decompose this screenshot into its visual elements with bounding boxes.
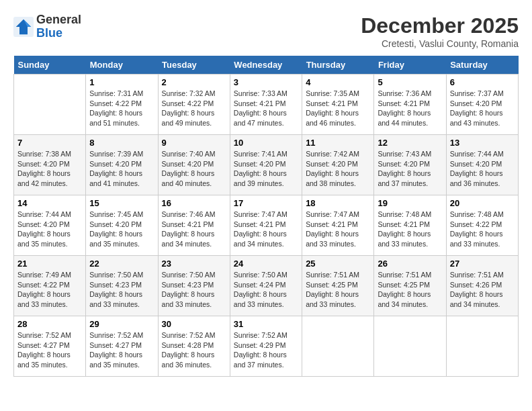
day-info: Sunrise: 7:48 AMSunset: 4:22 PMDaylight:… <box>450 210 515 249</box>
day-number: 18 <box>306 198 370 208</box>
calendar-cell: 5Sunrise: 7:36 AMSunset: 4:21 PMDaylight… <box>374 75 446 135</box>
calendar-cell: 1Sunrise: 7:31 AMSunset: 4:22 PMDaylight… <box>86 75 158 135</box>
day-info: Sunrise: 7:35 AMSunset: 4:21 PMDaylight:… <box>306 89 370 128</box>
day-info: Sunrise: 7:52 AMSunset: 4:27 PMDaylight:… <box>89 330 154 370</box>
day-info: Sunrise: 7:44 AMSunset: 4:20 PMDaylight:… <box>17 210 82 249</box>
logo-icon <box>13 17 34 37</box>
day-number: 14 <box>17 198 82 208</box>
calendar-cell: 29Sunrise: 7:52 AMSunset: 4:27 PMDayligh… <box>86 316 158 377</box>
calendar-cell <box>14 75 86 135</box>
calendar-cell: 24Sunrise: 7:50 AMSunset: 4:24 PMDayligh… <box>230 256 302 316</box>
day-number: 21 <box>17 259 82 269</box>
calendar-cell: 21Sunrise: 7:49 AMSunset: 4:22 PMDayligh… <box>14 256 86 316</box>
calendar-cell: 23Sunrise: 7:50 AMSunset: 4:23 PMDayligh… <box>158 256 230 316</box>
calendar-cell: 8Sunrise: 7:39 AMSunset: 4:20 PMDaylight… <box>86 135 158 195</box>
day-number: 20 <box>450 198 515 208</box>
calendar-cell: 6Sunrise: 7:37 AMSunset: 4:20 PMDaylight… <box>446 75 518 135</box>
calendar-week-row: 1Sunrise: 7:31 AMSunset: 4:22 PMDaylight… <box>14 75 519 135</box>
calendar-cell: 31Sunrise: 7:52 AMSunset: 4:29 PMDayligh… <box>230 316 302 377</box>
calendar-day-header: Tuesday <box>158 56 230 75</box>
calendar-table: SundayMondayTuesdayWednesdayThursdayFrid… <box>13 56 519 377</box>
calendar-week-row: 14Sunrise: 7:44 AMSunset: 4:20 PMDayligh… <box>14 195 519 256</box>
calendar-day-header: Friday <box>374 56 446 75</box>
day-number: 9 <box>162 138 226 148</box>
day-number: 22 <box>89 259 154 269</box>
calendar-cell <box>374 316 446 377</box>
day-number: 26 <box>378 259 442 269</box>
logo-blue: Blue <box>36 27 81 40</box>
logo-text: General Blue <box>36 13 81 40</box>
calendar-cell <box>302 316 374 377</box>
day-info: Sunrise: 7:48 AMSunset: 4:21 PMDaylight:… <box>378 210 442 249</box>
day-number: 25 <box>306 259 370 269</box>
day-number: 17 <box>234 198 298 208</box>
logo-general: General <box>36 13 81 27</box>
calendar-cell: 10Sunrise: 7:41 AMSunset: 4:20 PMDayligh… <box>230 135 302 195</box>
day-info: Sunrise: 7:43 AMSunset: 4:20 PMDaylight:… <box>378 149 442 189</box>
day-number: 1 <box>89 77 154 87</box>
calendar-cell: 13Sunrise: 7:44 AMSunset: 4:20 PMDayligh… <box>446 135 518 195</box>
calendar-cell: 20Sunrise: 7:48 AMSunset: 4:22 PMDayligh… <box>446 195 518 256</box>
day-number: 3 <box>234 77 298 87</box>
day-number: 28 <box>17 319 82 329</box>
calendar-day-header: Monday <box>86 56 158 75</box>
calendar-cell <box>446 316 518 377</box>
calendar-week-row: 21Sunrise: 7:49 AMSunset: 4:22 PMDayligh… <box>14 256 519 316</box>
calendar-cell: 11Sunrise: 7:42 AMSunset: 4:20 PMDayligh… <box>302 135 374 195</box>
calendar-cell: 15Sunrise: 7:45 AMSunset: 4:20 PMDayligh… <box>86 195 158 256</box>
day-info: Sunrise: 7:49 AMSunset: 4:22 PMDaylight:… <box>17 270 82 310</box>
day-number: 7 <box>17 138 82 148</box>
day-number: 16 <box>162 198 226 208</box>
calendar-week-row: 7Sunrise: 7:38 AMSunset: 4:20 PMDaylight… <box>14 135 519 195</box>
day-number: 8 <box>89 138 154 148</box>
day-number: 15 <box>89 198 154 208</box>
day-info: Sunrise: 7:37 AMSunset: 4:20 PMDaylight:… <box>450 89 515 128</box>
day-info: Sunrise: 7:50 AMSunset: 4:23 PMDaylight:… <box>162 270 226 310</box>
calendar-cell: 3Sunrise: 7:33 AMSunset: 4:21 PMDaylight… <box>230 75 302 135</box>
calendar-cell: 18Sunrise: 7:47 AMSunset: 4:21 PMDayligh… <box>302 195 374 256</box>
day-number: 30 <box>162 319 226 329</box>
day-info: Sunrise: 7:51 AMSunset: 4:25 PMDaylight:… <box>306 270 370 310</box>
month-title: December 2025 <box>361 13 519 38</box>
day-number: 29 <box>89 319 154 329</box>
day-number: 12 <box>378 138 442 148</box>
calendar-day-header: Sunday <box>14 56 86 75</box>
calendar-cell: 2Sunrise: 7:32 AMSunset: 4:22 PMDaylight… <box>158 75 230 135</box>
calendar-cell: 14Sunrise: 7:44 AMSunset: 4:20 PMDayligh… <box>14 195 86 256</box>
day-info: Sunrise: 7:51 AMSunset: 4:25 PMDaylight:… <box>378 270 442 310</box>
day-info: Sunrise: 7:44 AMSunset: 4:20 PMDaylight:… <box>450 149 515 189</box>
calendar-week-row: 28Sunrise: 7:52 AMSunset: 4:27 PMDayligh… <box>14 316 519 377</box>
calendar-day-header: Wednesday <box>230 56 302 75</box>
day-number: 24 <box>234 259 298 269</box>
calendar-cell: 28Sunrise: 7:52 AMSunset: 4:27 PMDayligh… <box>14 316 86 377</box>
day-info: Sunrise: 7:39 AMSunset: 4:20 PMDaylight:… <box>89 149 154 189</box>
logo: General Blue <box>13 13 81 40</box>
day-info: Sunrise: 7:50 AMSunset: 4:24 PMDaylight:… <box>234 270 298 310</box>
calendar-cell: 17Sunrise: 7:47 AMSunset: 4:21 PMDayligh… <box>230 195 302 256</box>
day-info: Sunrise: 7:51 AMSunset: 4:26 PMDaylight:… <box>450 270 515 310</box>
day-info: Sunrise: 7:50 AMSunset: 4:23 PMDaylight:… <box>89 270 154 310</box>
day-info: Sunrise: 7:46 AMSunset: 4:21 PMDaylight:… <box>162 210 226 249</box>
location: Cretesti, Vaslui County, Romania <box>361 38 519 49</box>
calendar-cell: 4Sunrise: 7:35 AMSunset: 4:21 PMDaylight… <box>302 75 374 135</box>
calendar-cell: 27Sunrise: 7:51 AMSunset: 4:26 PMDayligh… <box>446 256 518 316</box>
day-info: Sunrise: 7:47 AMSunset: 4:21 PMDaylight:… <box>234 210 298 249</box>
day-info: Sunrise: 7:32 AMSunset: 4:22 PMDaylight:… <box>162 89 226 128</box>
day-info: Sunrise: 7:52 AMSunset: 4:27 PMDaylight:… <box>17 330 82 370</box>
day-info: Sunrise: 7:38 AMSunset: 4:20 PMDaylight:… <box>17 149 82 189</box>
day-info: Sunrise: 7:52 AMSunset: 4:28 PMDaylight:… <box>162 330 226 370</box>
calendar-cell: 25Sunrise: 7:51 AMSunset: 4:25 PMDayligh… <box>302 256 374 316</box>
day-info: Sunrise: 7:52 AMSunset: 4:29 PMDaylight:… <box>234 330 298 370</box>
day-info: Sunrise: 7:42 AMSunset: 4:20 PMDaylight:… <box>306 149 370 189</box>
day-info: Sunrise: 7:45 AMSunset: 4:20 PMDaylight:… <box>89 210 154 249</box>
day-number: 2 <box>162 77 226 87</box>
day-info: Sunrise: 7:36 AMSunset: 4:21 PMDaylight:… <box>378 89 442 128</box>
page-header: General Blue December 2025 Cretesti, Vas… <box>13 13 519 49</box>
calendar-day-header: Saturday <box>446 56 518 75</box>
calendar-cell: 19Sunrise: 7:48 AMSunset: 4:21 PMDayligh… <box>374 195 446 256</box>
calendar-cell: 26Sunrise: 7:51 AMSunset: 4:25 PMDayligh… <box>374 256 446 316</box>
day-info: Sunrise: 7:40 AMSunset: 4:20 PMDaylight:… <box>162 149 226 189</box>
calendar-cell: 16Sunrise: 7:46 AMSunset: 4:21 PMDayligh… <box>158 195 230 256</box>
day-number: 5 <box>378 77 442 87</box>
calendar-header-row: SundayMondayTuesdayWednesdayThursdayFrid… <box>14 56 519 75</box>
